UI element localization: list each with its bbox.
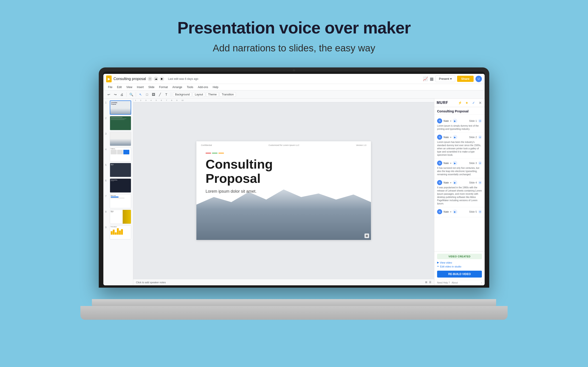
murf-voice-5: Nate (443, 210, 449, 213)
grid-icon[interactable]: ▦ (430, 76, 434, 81)
menu-arrange[interactable]: Arrange (171, 85, 184, 89)
murf-icon-1[interactable]: ⚡ (457, 100, 463, 106)
page-title: Presentation voice over maker (177, 18, 411, 37)
speaker-notes-hint[interactable]: Click to add speaker notes (136, 281, 166, 284)
murf-about-link[interactable]: About (452, 282, 458, 284)
menu-slide[interactable]: Slide (147, 85, 156, 89)
toolbar-line[interactable]: ╱ (157, 92, 163, 97)
murf-project-title: Consulting Proposal (434, 107, 485, 115)
toolbar-shape[interactable]: □ (144, 92, 150, 97)
murf-icon-3[interactable]: ✓ (471, 100, 476, 106)
slide-preview-8[interactable]: Market analysis (110, 210, 131, 224)
rebuild-video-button[interactable]: RE-BUILD VIDEO (437, 271, 482, 277)
user-avatar[interactable]: U (476, 76, 482, 82)
murf-slide-item-2: N Nate ▾ ▶ Slide 2 + Lorem ipsum has bee… (434, 133, 485, 159)
toolbar-redo[interactable]: ↪ (112, 92, 118, 97)
present-dropdown-icon[interactable]: ▾ (450, 77, 452, 81)
slide-thumb-7[interactable]: 7 Market data (105, 194, 131, 208)
layout-button[interactable]: Layout (193, 92, 205, 97)
menu-addons[interactable]: Add-ons (196, 85, 210, 89)
menu-file[interactable]: File (106, 85, 114, 89)
slide-main-content: Consulting Proposal Lorem ipsum dolor si… (206, 153, 371, 240)
slide-preview-7[interactable]: Market data (110, 194, 131, 208)
murf-play-4[interactable]: ▶ (453, 180, 457, 185)
list-view-btn[interactable]: ☰ (429, 281, 431, 284)
theme-button[interactable]: Theme (206, 92, 219, 97)
murf-close-btn[interactable]: ✕ (478, 100, 482, 105)
slide-thumb-1[interactable]: 1 ConsultingProposal (105, 100, 131, 115)
murf-play-1[interactable]: ▶ (453, 119, 457, 123)
murf-voice-dropdown-2[interactable]: ▾ (450, 136, 451, 139)
slide-thumb-6[interactable]: 6 Understanding the market (105, 178, 131, 193)
cloud-icon[interactable]: ☁ (154, 77, 158, 81)
slide-preview-6[interactable]: Understanding the market (110, 178, 131, 193)
video-created-badge: VIDEO CREATED (437, 254, 482, 259)
main-slide-canvas: Confidential Customized for Lorem Ipsum … (196, 141, 371, 240)
slide-preview-2[interactable] (110, 116, 131, 130)
slide-thumb-9[interactable]: 9 Final analysis (105, 225, 131, 240)
present-icon[interactable]: ▶ (160, 77, 164, 81)
murf-voice-dropdown-3[interactable]: ▾ (450, 162, 451, 165)
toolbar-cursor[interactable]: ↖ (138, 92, 143, 97)
toolbar-undo[interactable]: ↩ (106, 92, 112, 97)
toolbar-print[interactable]: 🖨 (119, 92, 124, 97)
menu-tools[interactable]: Tools (185, 85, 195, 89)
murf-expand-btn[interactable]: › (481, 282, 482, 284)
murf-icon-2[interactable]: ★ (464, 100, 469, 106)
top-right-actions: 📈 ▦ Present ▾ Share U (423, 75, 482, 82)
slide-preview-3[interactable] (110, 132, 131, 146)
menu-insert[interactable]: Insert (135, 85, 146, 89)
menu-edit[interactable]: Edit (115, 85, 124, 89)
slide-preview-5[interactable]: Market Analysis (110, 163, 131, 177)
slide-preview-4[interactable]: Problems... (110, 147, 131, 161)
toolbar-text[interactable]: T (164, 92, 169, 97)
slide-thumb-4[interactable]: 4 Problems... (105, 147, 131, 161)
murf-add-3[interactable]: + (478, 161, 482, 165)
slide-thumb-8[interactable]: 8 Market analysis (105, 210, 131, 224)
ruler-horizontal: 12 34 56 78 910 (133, 99, 434, 102)
murf-slide-text-2: Lorem ipsum has been the industry's stan… (437, 141, 482, 157)
toolbar-zoom[interactable]: 🔍 (128, 92, 134, 97)
murf-add-4[interactable]: + (478, 181, 482, 184)
murf-help-link[interactable]: Need Help ? (437, 282, 450, 284)
grid-view-btn[interactable]: ⊞ (425, 281, 427, 284)
camera-dot (293, 69, 295, 72)
murf-play-5[interactable]: ▶ (453, 209, 457, 214)
slides-panel: 1 ConsultingProposal 2 (103, 99, 133, 285)
accent-line-red (206, 153, 211, 153)
murf-voice-dropdown-4[interactable]: ▾ (450, 181, 451, 184)
menu-help[interactable]: Help (211, 85, 220, 89)
analytics-icon[interactable]: 📈 (423, 76, 428, 81)
murf-add-1[interactable]: + (478, 119, 482, 123)
toolbar-image[interactable]: 🖼 (151, 92, 156, 97)
toolbar-sep-2 (136, 92, 136, 97)
star-icon[interactable]: ☆ (148, 77, 152, 81)
murf-voice-dropdown-1[interactable]: ▾ (450, 120, 451, 122)
slide-thumb-2[interactable]: 2 (105, 116, 131, 130)
page-subtitle: Add narrations to slides, the easy way (213, 43, 375, 54)
murf-play-2[interactable]: ▶ (453, 135, 457, 140)
murf-slide-item-3: N Nate ▾ ▶ Slide 3 + It has survived not… (434, 159, 485, 178)
slide-thumb-3[interactable]: 3 (105, 132, 131, 146)
murf-voice-dropdown-5[interactable]: ▾ (450, 211, 451, 213)
murf-slide-header-1: N Nate ▾ ▶ Slide 1 + (437, 118, 482, 123)
murf-play-3[interactable]: ▶ (453, 161, 457, 165)
slide-preview-1[interactable]: ConsultingProposal (110, 100, 131, 115)
accent-line-orange (218, 153, 224, 153)
background-button[interactable]: Background (173, 92, 192, 97)
view-video-link[interactable]: ▶ View video (437, 261, 482, 264)
slide-preview-9[interactable]: Final analysis (110, 225, 131, 240)
transition-button[interactable]: Transition (220, 92, 236, 97)
murf-slide-header-5: N Nate ▾ ▶ Slide 5 + (437, 209, 482, 214)
present-button[interactable]: Present ▾ (435, 75, 455, 82)
slide-header-info: Confidential Customized for Lorem Ipsum … (201, 144, 366, 146)
murf-slide-label-5: Slide 5 (469, 210, 477, 213)
menu-view[interactable]: View (124, 85, 134, 89)
share-button[interactable]: Share (457, 76, 474, 82)
slide-thumb-5[interactable]: 5 Market Analysis (105, 163, 131, 177)
murf-add-5[interactable]: + (478, 210, 482, 214)
menu-format[interactable]: Format (157, 85, 170, 89)
murf-bottom: VIDEO CREATED ▶ View video ✏ Edit video … (434, 251, 485, 280)
murf-add-2[interactable]: + (478, 135, 482, 139)
edit-video-link[interactable]: ✏ Edit video in studio (437, 265, 482, 268)
